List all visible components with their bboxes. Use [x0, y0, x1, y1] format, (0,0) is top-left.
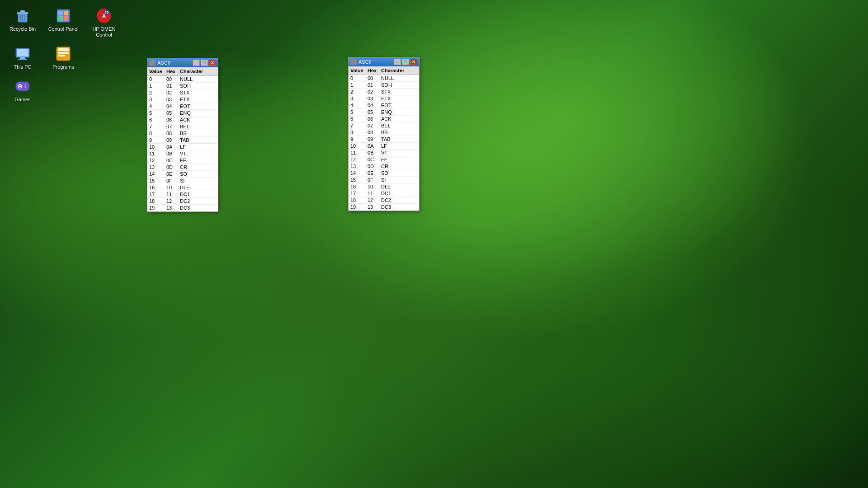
svg-rect-10	[64, 16, 68, 21]
icon-row-3: Games	[7, 77, 120, 103]
cell-char: EOT	[178, 103, 208, 109]
table-row[interactable]: 6 06 ACK	[349, 116, 419, 122]
ascii-window-2: ASCII — □ ✕ Value Hex Character 0 00 NUL…	[348, 57, 420, 211]
hp-omen-image: A SD	[95, 7, 113, 25]
table-row[interactable]: 3 03 ETX	[147, 96, 218, 103]
window1-table-body[interactable]: 0 00 NULL 1 01 SOH 2 02 STX 3 03 ETX 4 0…	[147, 76, 218, 211]
svg-rect-21	[58, 52, 69, 54]
table-row[interactable]: 12 0C FF	[147, 157, 218, 164]
cell-char: BS	[379, 129, 409, 136]
table-row[interactable]: 0 00 NULL	[147, 76, 218, 83]
table-row[interactable]: 1 01 SOH	[349, 82, 419, 89]
table-row[interactable]: 10 0A LF	[349, 143, 419, 150]
cell-value: 9	[147, 137, 165, 143]
table-row[interactable]: 7 07 BEL	[349, 122, 419, 129]
table-row[interactable]: 14 0E SO	[147, 171, 218, 178]
table-row[interactable]: 15 0F SI	[349, 177, 419, 183]
window2-app-icon	[350, 59, 357, 65]
table-row[interactable]: 4 04 EOT	[349, 102, 419, 109]
programs-icon[interactable]: Programs	[47, 45, 79, 70]
cell-value: 3	[349, 95, 366, 102]
hp-omen-icon[interactable]: A SD HP OMEN Control	[88, 7, 120, 38]
table-row[interactable]: 2 02 STX	[349, 89, 419, 95]
cell-hex: 0E	[366, 170, 379, 176]
recycle-bin-icon[interactable]: Recycle Bin	[7, 7, 38, 38]
table-row[interactable]: 8 08 BS	[349, 129, 419, 136]
window1-col-hex-header: Hex	[165, 68, 178, 75]
table-row[interactable]: 7 07 BEL	[147, 123, 218, 130]
cell-char: LF	[379, 143, 409, 149]
table-row[interactable]: 18 12 DC2	[147, 198, 218, 205]
cell-value: 14	[147, 171, 165, 177]
cell-char: DC3	[379, 204, 409, 210]
table-row[interactable]: 3 03 ETX	[349, 95, 419, 102]
table-row[interactable]: 9 09 TAB	[147, 137, 218, 144]
cell-hex: 05	[165, 110, 178, 116]
table-row[interactable]: 16 10 DLE	[349, 183, 419, 190]
cell-value: 15	[349, 177, 366, 183]
window2-close-button[interactable]: ✕	[410, 59, 417, 65]
table-row[interactable]: 9 09 TAB	[349, 136, 419, 143]
table-row[interactable]: 19 13 DC3	[147, 205, 218, 211]
table-row[interactable]: 2 02 STX	[147, 89, 218, 96]
svg-text:SD: SD	[104, 11, 109, 14]
table-row[interactable]: 17 11 DC1	[349, 190, 419, 197]
table-row[interactable]: 0 00 NULL	[349, 75, 419, 82]
games-icon[interactable]: Games	[7, 77, 38, 103]
cell-value: 18	[147, 198, 165, 204]
cell-value: 8	[349, 129, 366, 136]
cell-value: 5	[147, 110, 165, 116]
window2-minimize-button[interactable]: —	[394, 59, 401, 65]
window1-close-button[interactable]: ✕	[209, 60, 216, 66]
window1-minimize-button[interactable]: —	[193, 60, 200, 66]
table-row[interactable]: 1 01 SOH	[147, 83, 218, 89]
cell-hex: 11	[165, 191, 178, 197]
table-row[interactable]: 15 0F SI	[147, 178, 218, 184]
cell-char: ACK	[379, 116, 409, 122]
table-row[interactable]: 16 10 DLE	[147, 184, 218, 191]
table-row[interactable]: 5 05 ENQ	[147, 110, 218, 117]
recycle-bin-image	[14, 7, 32, 25]
window2-titlebar-buttons: — □ ✕	[394, 59, 417, 65]
table-row[interactable]: 12 0C FF	[349, 156, 419, 163]
table-row[interactable]: 13 0D CR	[147, 164, 218, 171]
control-panel-icon[interactable]: Control Panel	[47, 7, 79, 38]
table-row[interactable]: 13 0D CR	[349, 163, 419, 170]
window2-title: ASCII	[359, 59, 372, 65]
cell-hex: 05	[366, 109, 379, 115]
table-row[interactable]: 10 0A LF	[147, 144, 218, 150]
cell-hex: 0D	[366, 163, 379, 169]
table-row[interactable]: 14 0E SO	[349, 170, 419, 177]
cell-char: DC2	[178, 198, 208, 204]
cell-char: VT	[379, 150, 409, 156]
cell-hex: 00	[165, 76, 178, 82]
cell-hex: 04	[165, 103, 178, 109]
table-row[interactable]: 11 0B VT	[147, 150, 218, 157]
cell-hex: 08	[165, 130, 178, 136]
cell-hex: 0F	[366, 177, 379, 183]
window1-titlebar[interactable]: ASCII — □ ✕	[147, 58, 218, 67]
window1-maximize-button[interactable]: □	[201, 60, 208, 66]
window2-maximize-button[interactable]: □	[402, 59, 409, 65]
table-row[interactable]: 5 05 ENQ	[349, 109, 419, 116]
cell-char: BEL	[379, 122, 409, 129]
cell-hex: 03	[366, 95, 379, 102]
table-row[interactable]: 6 06 ACK	[147, 117, 218, 123]
table-row[interactable]: 11 0B VT	[349, 150, 419, 156]
cell-value: 10	[349, 143, 366, 149]
table-row[interactable]: 19 13 DC3	[349, 204, 419, 211]
window1-titlebar-buttons: — □ ✕	[193, 60, 216, 66]
window2-titlebar[interactable]: ASCII — □ ✕	[349, 57, 419, 66]
this-pc-label: This PC	[14, 64, 31, 70]
cell-value: 15	[147, 178, 165, 184]
table-row[interactable]: 8 08 BS	[147, 130, 218, 137]
window1-title: ASCII	[157, 60, 170, 66]
cell-char: FF	[379, 156, 409, 163]
table-row[interactable]: 4 04 EOT	[147, 103, 218, 110]
this-pc-icon[interactable]: This PC	[7, 45, 38, 70]
window2-table-body[interactable]: 0 00 NULL 1 01 SOH 2 02 STX 3 03 ETX 4 0…	[349, 75, 419, 211]
cell-value: 7	[147, 123, 165, 130]
table-row[interactable]: 17 11 DC1	[147, 191, 218, 198]
cell-char: TAB	[178, 137, 208, 143]
table-row[interactable]: 18 12 DC2	[349, 197, 419, 204]
